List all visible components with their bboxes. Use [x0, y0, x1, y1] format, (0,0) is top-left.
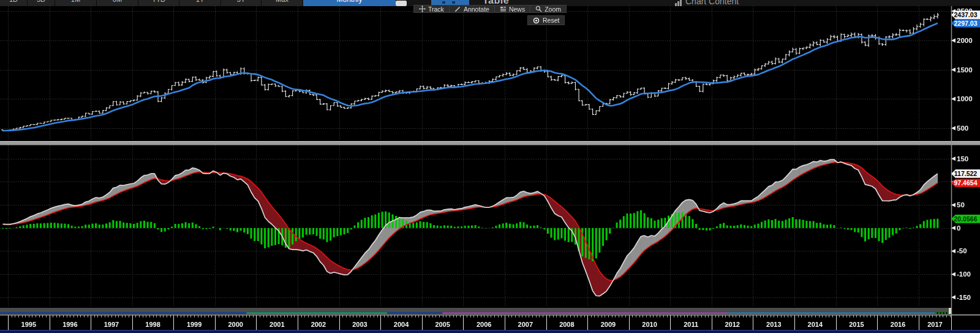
axis-tick-label: 500	[957, 124, 968, 132]
year-label-2004: 2004	[380, 319, 422, 329]
year-label-2011: 2011	[670, 319, 712, 329]
year-label-2002: 2002	[298, 319, 339, 329]
year-label-2006: 2006	[463, 319, 505, 329]
annotate-button[interactable]: Annotate	[450, 5, 495, 13]
axis-tick-label: -150	[957, 294, 971, 301]
axis-tick-label: -50	[957, 247, 967, 255]
year-label-2008: 2008	[546, 319, 588, 329]
chart-tools-bar: TrackAnnotateNewsZoom	[413, 5, 567, 13]
timeframe-button-5y[interactable]: 5Y	[221, 0, 262, 6]
reset-icon	[533, 17, 540, 24]
year-label-1997: 1997	[91, 319, 132, 329]
year-label-2003: 2003	[339, 319, 381, 329]
axis-tick-label: 2000	[957, 37, 973, 44]
last-price-tag: 2437.03	[951, 10, 980, 19]
chart-scrollbar[interactable]	[0, 307, 951, 315]
chart-content-button[interactable]: Chart Content	[675, 0, 739, 6]
axis-tick-label: 1500	[957, 66, 973, 74]
price-chart-canvas[interactable]	[0, 0, 980, 333]
zoom-button[interactable]: Zoom	[530, 5, 567, 13]
macd-value-tag: 117.522	[951, 169, 980, 178]
macd-histogram-tag: 20.0566	[951, 215, 980, 223]
bar-chart-icon	[675, 0, 682, 6]
crosshair-icon	[419, 6, 426, 12]
year-label-1995: 1995	[8, 319, 50, 329]
toolbar-icon-button[interactable]	[396, 1, 407, 6]
reset-label: Reset	[543, 17, 559, 24]
year-label-2000: 2000	[215, 319, 257, 329]
year-label-1999: 1999	[173, 319, 215, 329]
magnifier-icon	[535, 6, 542, 12]
timeframe-button-5d[interactable]: 5D	[28, 0, 55, 6]
year-label-2014: 2014	[794, 319, 836, 329]
year-label-2013: 2013	[753, 319, 794, 329]
chart-content-label: Chart Content	[685, 0, 739, 6]
year-label-2017: 2017	[919, 319, 951, 329]
axis-tick-label: 0	[957, 224, 960, 232]
timeframe-button-1m[interactable]: 1M	[55, 0, 97, 6]
year-label-2009: 2009	[587, 319, 629, 329]
year-label-2015: 2015	[836, 319, 878, 329]
axis-tick-label: 1000	[957, 95, 973, 102]
timeframe-button-max[interactable]: Max	[262, 0, 303, 6]
year-label-2010: 2010	[629, 319, 671, 329]
chart-application: 1D5D1M6MYTD1Y5YMaxMonthly Table Chart Co…	[0, 0, 980, 333]
window-bottom-bar	[0, 330, 980, 333]
interval-select-monthly[interactable]: Monthly	[303, 0, 396, 6]
timeframe-button-6m[interactable]: 6M	[97, 0, 138, 6]
news-button[interactable]: News	[495, 5, 530, 13]
axis-tick-label: -100	[957, 270, 971, 278]
year-label-2012: 2012	[712, 319, 753, 329]
pencil-icon	[454, 6, 461, 12]
year-label-2016: 2016	[877, 319, 919, 329]
macd-signal-tag: 97.4654	[951, 178, 980, 187]
year-label-2001: 2001	[256, 319, 298, 329]
timeframe-button-ytd[interactable]: YTD	[138, 0, 179, 6]
year-label-1996: 1996	[50, 319, 91, 329]
moving-average-tag: 2297.03	[951, 19, 980, 28]
year-label-1998: 1998	[132, 319, 174, 329]
track-button[interactable]: Track	[413, 5, 450, 13]
timeframe-button-row: 1D5D1M6MYTD1Y5YMaxMonthly	[0, 0, 396, 6]
reset-button[interactable]: Reset	[527, 15, 565, 25]
year-label-2007: 2007	[505, 319, 546, 329]
axis-tick-label: 150	[957, 155, 968, 163]
year-label-2005: 2005	[422, 319, 464, 329]
axis-tick-label: 50	[957, 201, 965, 209]
timeframe-button-1d[interactable]: 1D	[0, 0, 28, 6]
news-lines-icon	[500, 6, 507, 12]
timeframe-button-1y[interactable]: 1Y	[179, 0, 221, 6]
